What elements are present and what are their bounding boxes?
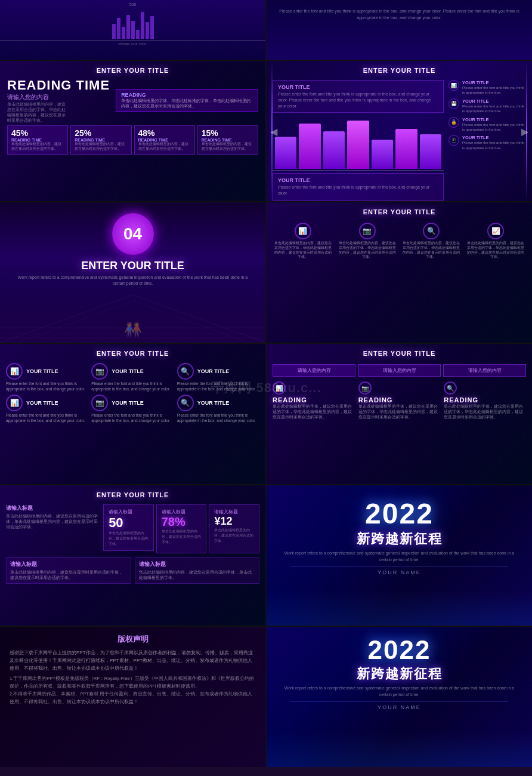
r6c2-your-name: YOUR NAME <box>290 701 508 710</box>
r2c2-your-title2: YOUR TITLE Please enter the font and tit… <box>273 173 444 201</box>
r5c1-b-title-1: 请输入标题 <box>139 561 256 568</box>
r2c2-bars <box>273 115 444 169</box>
r3c2-item-1: 📷 单击此处编辑框里的内容，建议您在采用合适的字体，华志此处编辑框里的内容，建议… <box>337 223 398 260</box>
r5c1-left: 请输入标题 单击此处编辑框里的内容，建议您在采用合适的字体，单击此处编辑框里的内… <box>6 504 100 553</box>
r5c1-num-big: 50 <box>109 515 149 531</box>
r4c1-col-title-3: YOUR TITLE <box>26 400 58 406</box>
reading-item-0: 📊 READING 单击此处编辑框里的字体，建议您在采用合适的字体，华志此处编辑… <box>273 381 355 420</box>
reading-sub-2: 单击此处编辑框里的字体，建议您在采用合适的字体，华志此处编辑框里的内容，建议您在… <box>444 404 526 420</box>
grid-floor <box>0 295 265 343</box>
r4c1-icon-4: 📷 <box>91 395 108 411</box>
r3c1-enter-title: ENTER YOUR TITLE <box>0 260 265 272</box>
r3c2-text-0: 单击此处编辑框里的内容，建议您在采用合适的字体，华志此处编辑框里的内容，建议您在… <box>273 241 333 260</box>
vbar-7 <box>420 134 441 170</box>
r2c2-icon-text-2: YOUR TITLE Please enter the font and tit… <box>462 117 526 133</box>
r2c2-icon-sym-1: 💾 <box>449 98 459 109</box>
r2c2-icon-2: 🔒 YOUR TITLE Please enter the font and t… <box>449 117 526 133</box>
r5c1-b-text-0: 单击此处编辑框里的内容，建议您在显示时采用合适的字体，建议您在显示时采用合适的字… <box>10 569 127 580</box>
r2c2-title: ENTER YOUR TITLE <box>267 61 532 78</box>
slide-6: ENTER YOUR TITLE 📊 单击此处编辑框里的内容，建议您在采用合适的… <box>267 202 532 343</box>
r4c2-title: ENTER YOUR TITLE <box>267 344 532 361</box>
r2c2-icon-body-1: Please enter the font and title you thin… <box>462 104 526 114</box>
r5c1-bottom: 请输入标题 单击此处编辑框里的内容，建议您在显示时采用合适的字体，建议您在显示时… <box>0 555 265 586</box>
copyright-title: 版权声明 <box>0 634 265 645</box>
r5c2-your-name: YOUR NAME <box>290 566 508 575</box>
r2c2-icon-3: 📱 YOUR TITLE Please enter the font and t… <box>449 135 526 150</box>
r5c2-city-glow <box>267 590 532 626</box>
r4c1-item-5: 🔍 YOUR TITLE Please enter the font and t… <box>177 395 259 423</box>
arrow-left[interactable]: ◀ <box>270 125 277 137</box>
stat-1-pct: 25% <box>75 128 127 138</box>
tab-1[interactable]: 请输入您的内容 <box>358 364 441 377</box>
chart-baseline <box>273 170 444 171</box>
r2c2-icon-body-0: Please enter the font and title you thin… <box>462 85 526 96</box>
r2c2-content: YOUR TITLE Please enter the font and tit… <box>267 78 532 201</box>
stat-2-text: 单击此处编辑框里的内容，建议您在显示时采用合适的字体。 <box>138 142 191 152</box>
r3c2-text-2: 单击此处编辑框里的内容，建议您在采用合适的字体，华志此处编辑框里的内容，建议您在… <box>401 241 462 260</box>
copyright-para1: 感谢您下载千库网平台上提供的PPT作品，为了您和千库网以及原创作者的利益，请勿复… <box>0 649 265 672</box>
r2c2-icon-text-3: YOUR TITLE Please enter the font and tit… <box>462 135 526 150</box>
tab-2[interactable]: 请输入您的内容 <box>443 364 526 377</box>
r6c2-year: 2022 <box>267 635 532 665</box>
r6c2-content: 2022 新跨越新征程 Work report refers to a comp… <box>267 635 532 710</box>
r2c2-icon-1: 💾 YOUR TITLE Please enter the font and t… <box>449 98 526 114</box>
r4c2-tabs: 请输入您的内容 请输入您的内容 请输入您的内容 <box>267 361 532 379</box>
reading-title-0: READING <box>273 396 355 404</box>
r4c1-col-title-2: YOUR TITLE <box>197 368 230 374</box>
r3c2-icon-3: 📈 <box>487 223 504 239</box>
bar-6 <box>136 30 140 39</box>
r2c2-icon-title-0: YOUR TITLE <box>462 80 526 85</box>
r2c2-ytext2: Please enter the font and title you thin… <box>278 184 438 196</box>
r5c1-input-body1: 单击此处编辑框里的内容，建议您在采用合适的字体，单击此处编辑框里的内容，建议您在… <box>6 513 100 529</box>
slide-1: 500 change your color. <box>0 0 265 60</box>
r3c1-subtitle: Work report refers to a comprehensive an… <box>0 275 265 287</box>
r2c2-icon-sym-0: 📊 <box>449 80 459 91</box>
r2c1-reading-time: READING TIME <box>7 78 110 93</box>
r5c1-pct-box: 请输入标题 78% 单击此处编辑框里的内容，建议您在采用合适的字体。 <box>156 504 207 553</box>
vbar-6 <box>395 129 417 170</box>
reading-item-2: 🔍 READING 单击此处编辑框里的字体，建议您在采用合适的字体，华志此处编辑… <box>444 381 526 420</box>
slide-11: 版权声明 感谢您下载千库网平台上提供的PPT作品，为了您和千库网以及原创作者的利… <box>0 627 265 767</box>
r4c1-col-title-0: YOUR TITLE <box>26 368 58 374</box>
r3c2-item-2: 🔍 单击此处编辑框里的内容，建议您在采用合适的字体，华志此处编辑框里的内容，建议… <box>401 223 462 260</box>
tab-0[interactable]: 请输入您的内容 <box>273 364 355 377</box>
r4c1-item-0: 📊 YOUR TITLE Please enter the font and t… <box>6 363 88 392</box>
svg-line-2 <box>18 301 133 343</box>
r3c2-title: ENTER YOUR TITLE <box>267 202 532 219</box>
r2c1-reading-left: READING TIME 请输入您的内容 单击此处编辑框里的内容，建议您在采用合… <box>7 78 110 123</box>
r5c1-b-text-1: 华志此处编辑框里的内容，建议您在采用合适的字体，单击此处编辑框里的字体。 <box>139 569 256 580</box>
r3c2-icon-0: 📊 <box>295 223 311 239</box>
bar-8 <box>146 22 149 39</box>
r4c1-item-3: 📊 YOUR TITLE Please enter the font and t… <box>6 395 88 423</box>
r2c1-reading-text: 单击此处编辑框里的字体。华志此处标准的字体，单击此处编辑框里的内容，建议您在显示… <box>121 98 253 109</box>
bar-4 <box>126 15 130 39</box>
r2c2-icon-0: 📊 YOUR TITLE Please enter the font and t… <box>449 80 526 96</box>
reading-title-1: READING <box>358 396 441 404</box>
r5c1-input-title1: 请输入标题 <box>6 504 100 512</box>
arrow-right[interactable]: ▶ <box>521 125 528 137</box>
copyright-point2: 2.不得将千库网的作品、本素材、PPT素材 用于任何盈利、商业宣传、出售、绩让、… <box>0 691 265 706</box>
r2c2-chart: YOUR TITLE Please enter the font and tit… <box>273 80 444 201</box>
r4c1-icon-5: 🔍 <box>177 395 194 411</box>
reading-title-2: READING <box>444 396 526 404</box>
r2c1-subtitle-cn: 请输入您的内容 <box>7 93 110 101</box>
r6c2-subtitle: Work report refers to a comprehensive an… <box>267 685 532 698</box>
r4c1-col-text-1: Please enter the font and title you thin… <box>91 381 174 392</box>
r4c1-col-text-0: Please enter the font and title you thin… <box>6 381 88 392</box>
r2c2-ytitle2: YOUR TITLE <box>278 177 438 183</box>
r5c1-money-big: ¥12 <box>214 515 254 528</box>
r3c2-icon-1: 📷 <box>359 223 376 239</box>
r5c1-bottom-0: 请输入标题 单击此处编辑框里的内容，建议您在显示时采用合适的字体，建议您在显示时… <box>6 557 131 584</box>
bar-5 <box>131 21 135 39</box>
stat-0: 45% READING TIME 单击此处编辑框里的内容，建议您在显示时采用合适… <box>7 125 68 155</box>
r4c1-item-1: 📷 YOUR TITLE Please enter the font and t… <box>91 363 174 392</box>
r2c2-icon-body-2: Please enter the font and title you thin… <box>462 122 526 133</box>
stat-2-pct: 48% <box>138 128 191 138</box>
stat-0-pct: 45% <box>11 128 64 138</box>
stat-0-text: 单击此处编辑框里的内容，建议您在显示时采用合适的字体。 <box>11 142 64 152</box>
vbar-1 <box>275 137 296 169</box>
slide-2: Please enter the font and title you thin… <box>267 0 532 60</box>
r5c1-pct-label: 请输入标题 <box>162 509 202 515</box>
r4c1-icon-2: 🔍 <box>177 363 194 380</box>
r4c1-icon-0: 📊 <box>6 363 23 380</box>
